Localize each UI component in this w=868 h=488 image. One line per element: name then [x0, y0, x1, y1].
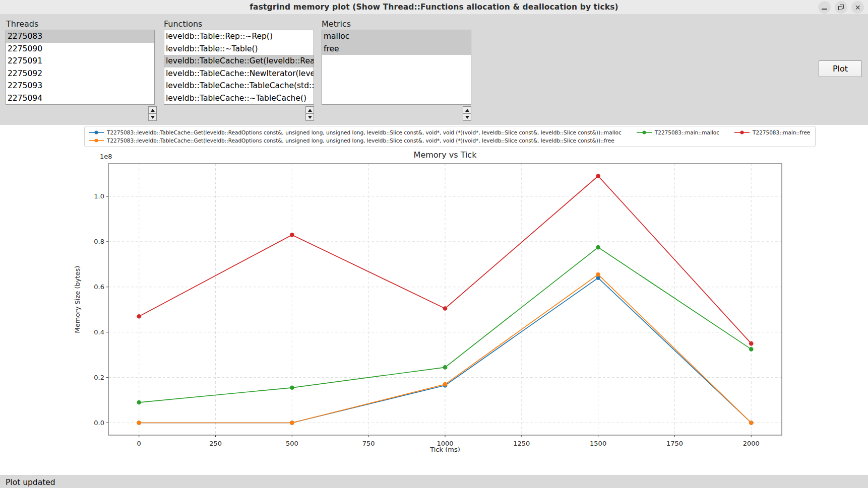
svg-text:1750: 1750	[666, 440, 683, 447]
list-item[interactable]: 2275090	[6, 43, 154, 55]
list-item[interactable]: leveldb::Table::~Table()	[164, 43, 314, 55]
svg-text:1e8: 1e8	[100, 153, 112, 160]
scroll-down-icon	[151, 116, 155, 119]
control-panel: Threads 22750832275090227509122750922275…	[0, 14, 868, 125]
window-titlebar: fastgrind memory plot (Show Thread::Func…	[0, 0, 868, 15]
metrics-label: Metrics	[322, 19, 351, 29]
scroll-up-button[interactable]	[305, 106, 314, 114]
svg-text:0.8: 0.8	[94, 238, 104, 245]
functions-listbox[interactable]: leveldb::Table::Rep::~Rep()leveldb::Tabl…	[164, 30, 314, 105]
threads-listbox[interactable]: 2275083227509022750912275092227509322750…	[6, 30, 155, 105]
svg-text:0.4: 0.4	[94, 328, 104, 336]
scroll-up-button[interactable]	[148, 106, 157, 114]
svg-text:2000: 2000	[743, 440, 760, 447]
svg-text:1500: 1500	[590, 440, 606, 447]
svg-text:Tick (ms): Tick (ms)	[429, 446, 460, 453]
close-icon: ✕	[855, 4, 861, 11]
list-item[interactable]: 2275094	[6, 92, 154, 105]
list-item[interactable]: free	[322, 43, 471, 55]
list-item[interactable]: leveldb::Table::Rep::~Rep()	[164, 30, 314, 43]
svg-text:750: 750	[362, 440, 375, 447]
svg-text:0.2: 0.2	[94, 374, 104, 381]
scroll-up-icon	[465, 109, 469, 112]
svg-text:Memory vs Tick: Memory vs Tick	[414, 150, 477, 160]
scroll-down-icon	[465, 116, 469, 119]
figure-canvas: T2275083::leveldb::TableCache::Get(level…	[0, 125, 868, 475]
status-text: Plot updated	[6, 478, 55, 487]
list-item[interactable]: leveldb::TableCache::~TableCache()	[164, 92, 314, 105]
scroll-up-button[interactable]	[463, 106, 471, 114]
status-bar: Plot updated	[0, 475, 868, 488]
svg-text:0: 0	[137, 440, 141, 447]
svg-text:1250: 1250	[513, 440, 530, 447]
memory-vs-tick-chart: 0250500750100012501500175020000.00.20.40…	[0, 125, 868, 475]
svg-text:1.0: 1.0	[94, 192, 104, 200]
minimize-button[interactable]	[818, 1, 831, 14]
window-title: fastgrind memory plot (Show Thread::Func…	[250, 3, 618, 12]
window-controls: ✕	[818, 1, 864, 14]
metrics-scrollbar	[463, 106, 471, 120]
functions-scrollbar	[305, 106, 314, 120]
scroll-up-icon	[308, 109, 312, 112]
svg-text:Memory Size (bytes): Memory Size (bytes)	[74, 266, 81, 333]
list-item[interactable]: 2275093	[6, 80, 154, 92]
list-item[interactable]: malloc	[322, 30, 471, 43]
list-item[interactable]: 2275092	[6, 67, 154, 80]
minimize-icon	[822, 9, 827, 10]
threads-scrollbar	[148, 106, 156, 120]
maximize-button[interactable]	[835, 1, 847, 14]
scroll-down-button[interactable]	[463, 113, 471, 121]
svg-text:250: 250	[209, 440, 222, 447]
scroll-up-icon	[151, 109, 155, 112]
close-button[interactable]: ✕	[851, 1, 864, 14]
metrics-listbox[interactable]: mallocfree	[322, 30, 471, 105]
scroll-down-button[interactable]	[305, 113, 314, 121]
list-item[interactable]: leveldb::TableCache::TableCache(std::__c…	[164, 80, 314, 92]
threads-label: Threads	[6, 19, 38, 29]
scroll-down-button[interactable]	[148, 113, 157, 121]
list-item[interactable]: 2275083	[6, 30, 154, 43]
plot-button[interactable]: Plot	[819, 60, 862, 77]
list-item[interactable]: leveldb::TableCache::Get(leveldb::ReadOp…	[164, 55, 314, 67]
list-item[interactable]: leveldb::TableCache::NewIterator(leveldb…	[164, 67, 314, 80]
svg-text:500: 500	[286, 440, 298, 447]
svg-text:0.6: 0.6	[94, 283, 104, 291]
list-item[interactable]: 2275091	[6, 55, 154, 67]
scroll-down-icon	[308, 116, 312, 119]
svg-text:0.0: 0.0	[94, 419, 104, 427]
functions-label: Functions	[164, 19, 202, 29]
maximize-icon	[838, 5, 844, 10]
